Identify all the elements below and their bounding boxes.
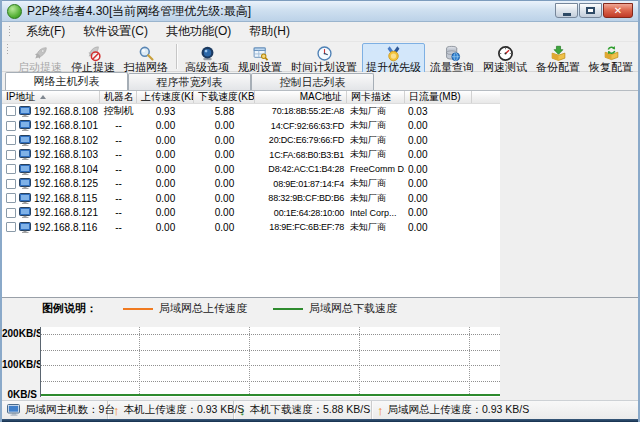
status-segment-0: 局域网主机数：9台 bbox=[2, 401, 108, 419]
column-header-label: 日流量(MB) bbox=[409, 91, 461, 102]
host-row[interactable]: 192.168.8.125--0.000.0008:9E:01:87:14:F4… bbox=[2, 177, 500, 192]
toolbar-button-9[interactable]: 网速测试 bbox=[479, 43, 531, 74]
host-name: -- bbox=[100, 222, 137, 233]
minimize-button[interactable] bbox=[555, 3, 578, 18]
host-checkbox[interactable] bbox=[6, 150, 16, 160]
status-segment-3: ↑局域网总上传速度：0.93 KB/S bbox=[372, 401, 638, 419]
toolbar-button-10[interactable]: 备份配置 bbox=[532, 43, 584, 74]
host-traffic: 0.00 bbox=[405, 193, 472, 204]
host-vendor: Intel Corp... bbox=[347, 208, 405, 218]
tab-2[interactable]: 控制日志列表 bbox=[251, 73, 374, 90]
host-up: 0.00 bbox=[137, 178, 194, 189]
host-traffic: 0.03 bbox=[405, 106, 472, 117]
column-header-2[interactable]: 上传速度(KB/S) bbox=[137, 91, 194, 103]
host-ip: 192.168.8.102 bbox=[34, 135, 98, 146]
column-header-label: 网卡描述 bbox=[351, 91, 391, 102]
host-traffic: 0.00 bbox=[405, 135, 472, 146]
host-down: 0.00 bbox=[194, 207, 255, 218]
advanced-options-icon bbox=[199, 45, 216, 62]
tab-label: 程序带宽列表 bbox=[157, 75, 223, 90]
host-checkbox[interactable] bbox=[6, 208, 16, 218]
menu-item-1[interactable]: 软件设置(C) bbox=[74, 21, 157, 42]
host-ip: 192.168.8.108 bbox=[34, 106, 98, 117]
tab-0[interactable]: 网络主机列表 bbox=[5, 72, 128, 90]
host-name: -- bbox=[100, 120, 137, 131]
column-header-6[interactable]: 日流量(MB) bbox=[405, 91, 472, 103]
column-header-4[interactable]: MAC地址 bbox=[255, 91, 347, 103]
host-up: 0.00 bbox=[137, 193, 194, 204]
host-checkbox[interactable] bbox=[6, 193, 16, 203]
tab-1[interactable]: 程序带宽列表 bbox=[128, 73, 251, 90]
tab-label: 控制日志列表 bbox=[280, 75, 346, 90]
host-traffic: 0.00 bbox=[405, 120, 472, 131]
menu-bar: 系统(F)软件设置(C)其他功能(O)帮助(H) bbox=[2, 22, 638, 42]
menubar-gripper[interactable] bbox=[8, 25, 11, 38]
toolbar-items: 启动提速停止提速扫描网络高级选项规则设置时间计划设置提升优先级流量查询网速测试备… bbox=[14, 43, 638, 74]
toolbar-button-8[interactable]: 流量查询 bbox=[426, 43, 478, 74]
host-checkbox[interactable] bbox=[6, 106, 16, 116]
host-mac: 08:9E:01:87:14:F4 bbox=[255, 179, 347, 189]
menu-item-2[interactable]: 其他功能(O) bbox=[157, 21, 240, 42]
host-checkbox[interactable] bbox=[6, 135, 16, 145]
panel-right-filler bbox=[500, 298, 638, 400]
host-ip: 192.168.8.104 bbox=[34, 164, 98, 175]
close-button[interactable]: ✕ bbox=[603, 3, 633, 18]
chart-gridline-vertical bbox=[249, 327, 250, 394]
host-traffic: 0.00 bbox=[405, 207, 472, 218]
legend-item-label: 局域网总上传速度 bbox=[159, 301, 247, 316]
legend-item-label: 局域网总下载速度 bbox=[309, 301, 397, 316]
host-vendor: 未知厂商 bbox=[347, 148, 405, 161]
host-ip: 192.168.8.103 bbox=[34, 149, 98, 160]
host-name: 控制机 bbox=[100, 104, 137, 118]
toolbar-button-4[interactable]: 高级选项 bbox=[181, 43, 233, 74]
time-plan-icon bbox=[316, 45, 333, 62]
column-header-5[interactable]: 网卡描述 bbox=[347, 91, 405, 103]
toolbar-button-1[interactable]: 停止提速 bbox=[67, 43, 119, 74]
host-row[interactable]: 192.168.8.108控制机0.935.8870:18:8B:55:2E:A… bbox=[2, 104, 500, 119]
down-arrow-icon: ↓ bbox=[239, 404, 246, 417]
host-checkbox[interactable] bbox=[6, 164, 16, 174]
host-row[interactable]: 192.168.8.115--0.000.0088:32:9B:CF:BD:B6… bbox=[2, 191, 500, 206]
host-checkbox[interactable] bbox=[6, 222, 16, 232]
column-header-3[interactable]: 下载速度(KB/S) bbox=[194, 91, 255, 103]
host-checkbox[interactable] bbox=[6, 121, 16, 131]
host-row[interactable]: 192.168.8.103--0.000.001C:FA:68:B0:B3:B1… bbox=[2, 148, 500, 163]
computer-icon bbox=[19, 135, 32, 146]
chart-gridline-vertical bbox=[139, 327, 140, 394]
toolbar-button-0[interactable]: 启动提速 bbox=[14, 43, 66, 74]
host-down: 0.00 bbox=[194, 222, 255, 233]
toolbar-button-2[interactable]: 扫描网络 bbox=[120, 43, 172, 74]
menu-item-0[interactable]: 系统(F) bbox=[17, 21, 74, 42]
toolbar-button-6[interactable]: 时间计划设置 bbox=[287, 43, 361, 74]
toolbar-button-5[interactable]: 规则设置 bbox=[234, 43, 286, 74]
status-label: 局域网总上传速度：0.93 KB/S bbox=[388, 403, 530, 417]
host-row[interactable]: 192.168.8.121--0.000.0000:1E:64:28:10:00… bbox=[2, 206, 500, 221]
status-label: 本机上传速度：0.93 KB/S bbox=[124, 403, 245, 417]
legend-line-swatch bbox=[123, 308, 153, 310]
chart-ytick-label: 200KB/S bbox=[2, 328, 37, 339]
host-ip: 192.168.8.121 bbox=[34, 207, 98, 218]
column-header-0[interactable]: IP地址 bbox=[2, 91, 100, 103]
rule-settings-icon bbox=[252, 45, 269, 62]
host-checkbox[interactable] bbox=[6, 179, 16, 189]
toolbar-button-11[interactable]: 恢复配置 bbox=[585, 43, 637, 74]
menu-item-3[interactable]: 帮助(H) bbox=[240, 21, 299, 42]
host-down: 0.00 bbox=[194, 193, 255, 204]
host-ip-cell: 192.168.8.108 bbox=[2, 106, 100, 117]
host-row[interactable]: 192.168.8.101--0.000.0014:CF:92:66:63:FD… bbox=[2, 119, 500, 134]
column-header-1[interactable]: 机器名 bbox=[100, 91, 137, 103]
column-header-label: 下载速度(KB/S) bbox=[198, 91, 255, 102]
host-row[interactable]: 192.168.8.102--0.000.0020:DC:E6:79:66:FD… bbox=[2, 133, 500, 148]
host-vendor: 未知厂商 bbox=[347, 119, 405, 132]
up-arrow-icon: ↑ bbox=[377, 404, 384, 417]
backup-config-icon bbox=[550, 45, 567, 62]
maximize-button[interactable] bbox=[579, 3, 602, 18]
host-list-panel: IP地址机器名上传速度(KB/S)下载速度(KB/S)MAC地址网卡描述日流量(… bbox=[2, 90, 638, 297]
tab-bar: 网络主机列表程序带宽列表控制日志列表 bbox=[2, 72, 638, 90]
toolbar-button-7[interactable]: 提升优先级 bbox=[362, 43, 425, 74]
host-row[interactable]: 192.168.8.104--0.000.00D8:42:AC:C1:B4:28… bbox=[2, 162, 500, 177]
host-up: 0.93 bbox=[137, 106, 194, 117]
host-ip: 192.168.8.101 bbox=[34, 120, 98, 131]
host-row[interactable]: 192.168.8.116--0.000.0018:9E:FC:6B:EF:78… bbox=[2, 220, 500, 235]
toolbar-gripper[interactable] bbox=[6, 43, 8, 56]
